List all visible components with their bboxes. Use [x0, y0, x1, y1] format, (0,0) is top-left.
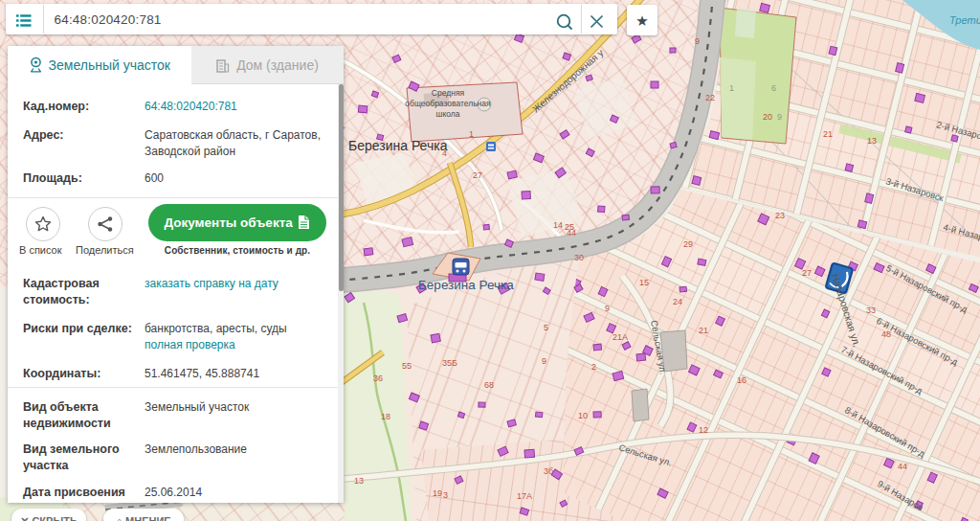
svg-text:30: 30 — [574, 253, 584, 262]
svg-text:2: 2 — [591, 362, 596, 372]
svg-text:44: 44 — [898, 462, 907, 471]
svg-text:20: 20 — [763, 112, 772, 122]
svg-text:3: 3 — [443, 490, 448, 500]
svg-text:19: 19 — [433, 488, 442, 498]
svg-text:9: 9 — [605, 304, 610, 313]
svg-text:Трети: Трети — [949, 14, 980, 26]
svg-text:13: 13 — [354, 476, 364, 486]
svg-text:23: 23 — [775, 211, 785, 220]
svg-text:9: 9 — [542, 356, 546, 366]
svg-text:9: 9 — [777, 112, 782, 122]
svg-text:21А: 21А — [612, 332, 628, 342]
svg-text:68: 68 — [484, 380, 494, 390]
svg-text:21: 21 — [823, 129, 833, 139]
svg-text:5: 5 — [544, 323, 548, 332]
svg-text:15: 15 — [639, 278, 649, 287]
svg-text:13: 13 — [867, 136, 877, 146]
svg-text:16: 16 — [737, 375, 746, 385]
svg-text:27: 27 — [802, 268, 812, 278]
svg-text:Березина Речка: Березина Речка — [418, 278, 514, 292]
svg-text:36: 36 — [373, 374, 383, 383]
svg-text:Березина Речка: Березина Речка — [348, 138, 448, 153]
svg-text:29: 29 — [683, 239, 693, 249]
svg-text:общеобразовательная: общеобразовательная — [405, 99, 491, 108]
svg-text:14: 14 — [553, 220, 563, 230]
svg-text:27: 27 — [473, 170, 482, 180]
svg-text:школа: школа — [436, 109, 460, 119]
svg-text:Средняя: Средняя — [432, 88, 465, 98]
svg-text:55: 55 — [402, 361, 412, 371]
svg-text:18: 18 — [381, 412, 390, 421]
svg-text:33: 33 — [866, 306, 876, 315]
svg-text:35Б: 35Б — [442, 358, 457, 368]
svg-text:6: 6 — [771, 83, 776, 93]
svg-text:22: 22 — [705, 93, 715, 102]
svg-text:12: 12 — [699, 425, 708, 435]
svg-text:1: 1 — [729, 83, 734, 93]
svg-text:10: 10 — [578, 411, 588, 420]
svg-text:21: 21 — [699, 326, 708, 335]
svg-text:17А: 17А — [517, 491, 532, 501]
svg-text:24: 24 — [673, 297, 682, 306]
svg-text:3б: 3б — [544, 466, 553, 476]
svg-text:1: 1 — [469, 129, 474, 139]
svg-text:9: 9 — [695, 36, 700, 46]
svg-text:44: 44 — [567, 228, 576, 238]
